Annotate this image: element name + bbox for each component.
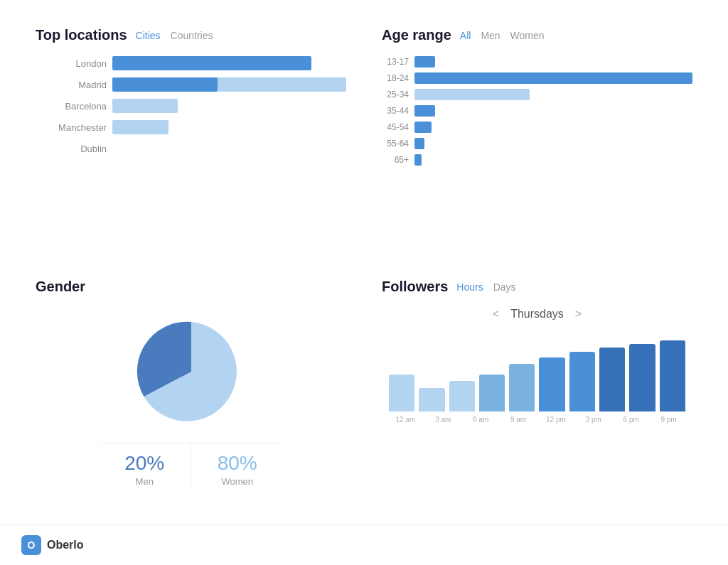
bar-dark bbox=[112, 77, 218, 92]
location-bar-row: Barcelona bbox=[43, 99, 346, 113]
follower-bar bbox=[569, 352, 595, 411]
men-stat: 20% Men bbox=[99, 443, 192, 490]
location-bar-row: Madrid bbox=[43, 77, 346, 92]
top-locations-panel: Top locations Cities Countries LondonMad… bbox=[21, 14, 360, 259]
locations-tabs: Cities Countries bbox=[136, 30, 213, 41]
location-bar-track bbox=[112, 141, 346, 156]
follower-bar-wrap bbox=[509, 364, 535, 411]
top-locations-header: Top locations Cities Countries bbox=[36, 27, 346, 43]
location-label: London bbox=[43, 58, 107, 69]
gender-content: 20% Men 80% Women bbox=[36, 308, 346, 490]
next-day-button[interactable]: > bbox=[575, 308, 582, 321]
time-label: 3 am bbox=[427, 416, 460, 424]
age-label: 35-44 bbox=[382, 106, 409, 116]
age-bar-track bbox=[414, 105, 692, 117]
follower-bar-wrap bbox=[629, 344, 655, 411]
location-bar-row: London bbox=[43, 56, 346, 70]
time-label: 9 pm bbox=[652, 416, 685, 424]
age-chart: 13-1718-2425-3435-4445-5455-6465+ bbox=[382, 56, 692, 166]
location-bar-row: Dublin bbox=[43, 141, 346, 156]
follower-bar-wrap bbox=[539, 357, 564, 411]
time-label: 6 am bbox=[464, 416, 498, 424]
men-label: Men bbox=[99, 476, 191, 487]
location-bar-track bbox=[112, 99, 346, 113]
age-bar-row: 25-34 bbox=[382, 89, 692, 100]
bar-light bbox=[112, 120, 168, 134]
age-bar-track bbox=[414, 122, 692, 133]
follower-bar bbox=[419, 388, 444, 411]
time-label: 9 am bbox=[502, 416, 535, 424]
age-label: 55-64 bbox=[382, 139, 409, 149]
women-label: Women bbox=[191, 476, 284, 487]
age-range-panel: Age range All Men Women 13-1718-2425-343… bbox=[368, 14, 707, 259]
location-bar-track bbox=[112, 77, 346, 92]
gender-title: Gender bbox=[36, 279, 85, 295]
men-percent: 20% bbox=[99, 452, 191, 475]
location-label: Barcelona bbox=[43, 101, 107, 112]
age-bar-row: 65+ bbox=[382, 154, 692, 166]
tab-cities[interactable]: Cities bbox=[136, 30, 161, 41]
time-label: 12 am bbox=[389, 416, 422, 424]
tab-days[interactable]: Days bbox=[493, 281, 516, 293]
tab-all[interactable]: All bbox=[460, 30, 471, 41]
location-label: Manchester bbox=[43, 122, 107, 133]
follower-bar-wrap bbox=[419, 388, 444, 411]
follower-bar-wrap bbox=[599, 348, 625, 411]
tab-hours[interactable]: Hours bbox=[456, 281, 483, 293]
tab-men[interactable]: Men bbox=[481, 30, 500, 41]
follower-bar bbox=[599, 348, 625, 411]
footer: O Oberlo bbox=[0, 524, 728, 565]
age-label: 13-17 bbox=[382, 57, 409, 67]
prev-day-button[interactable]: < bbox=[493, 308, 499, 321]
age-label: 45-54 bbox=[382, 122, 409, 132]
day-navigation: < Thursdays > bbox=[382, 308, 692, 321]
age-bar-row: 45-54 bbox=[382, 122, 692, 133]
time-label: 12 pm bbox=[540, 416, 573, 424]
age-label: 25-34 bbox=[382, 90, 409, 99]
age-bar-fill bbox=[414, 89, 530, 100]
bar-light bbox=[112, 99, 178, 113]
follower-bar-wrap bbox=[449, 381, 475, 411]
gender-stats: 20% Men 80% Women bbox=[99, 443, 284, 490]
follower-bar bbox=[629, 344, 655, 411]
follower-bar bbox=[449, 381, 475, 411]
gender-panel: Gender 20% bbox=[21, 266, 360, 510]
oberlo-brand-name: Oberlo bbox=[47, 539, 84, 551]
age-bar-track bbox=[414, 89, 692, 100]
followers-tabs: Hours Days bbox=[456, 281, 515, 293]
time-label: 3 pm bbox=[577, 416, 610, 424]
oberlo-icon-letter: O bbox=[28, 539, 36, 551]
oberlo-icon: O bbox=[21, 535, 41, 555]
age-label: 18-24 bbox=[382, 73, 409, 83]
tab-women[interactable]: Women bbox=[510, 30, 545, 41]
women-stat: 80% Women bbox=[191, 443, 284, 490]
follower-bar bbox=[509, 364, 535, 411]
age-bar-row: 35-44 bbox=[382, 105, 692, 117]
age-bar-track bbox=[414, 154, 692, 166]
location-bar-track bbox=[112, 120, 346, 134]
followers-panel: Followers Hours Days < Thursdays > 12 am… bbox=[368, 266, 707, 510]
follower-bar bbox=[389, 375, 414, 411]
followers-bar-chart bbox=[382, 333, 692, 411]
location-bar-row: Manchester bbox=[43, 120, 346, 134]
location-bar-track bbox=[112, 56, 346, 70]
age-bar-fill bbox=[414, 56, 435, 68]
time-labels: 12 am3 am6 am9 am12 pm3 pm6 pm9 pm bbox=[382, 411, 692, 424]
age-bar-fill bbox=[414, 154, 422, 166]
follower-bar bbox=[479, 375, 505, 411]
age-range-header: Age range All Men Women bbox=[382, 27, 692, 43]
age-bar-row: 13-17 bbox=[382, 56, 692, 68]
followers-header: Followers Hours Days bbox=[382, 279, 692, 295]
pie-chart bbox=[134, 315, 248, 429]
age-bar-row: 55-64 bbox=[382, 138, 692, 149]
follower-bar-wrap bbox=[569, 352, 595, 411]
follower-bar-wrap bbox=[479, 375, 505, 411]
age-bar-track bbox=[414, 72, 692, 84]
age-bar-fill bbox=[414, 105, 435, 117]
tab-countries[interactable]: Countries bbox=[171, 30, 213, 41]
locations-chart: LondonMadridBarcelonaManchesterDublin bbox=[36, 56, 346, 156]
age-range-title: Age range bbox=[382, 27, 451, 43]
location-label: Dublin bbox=[43, 144, 107, 154]
follower-bar bbox=[539, 357, 564, 411]
time-label: 6 pm bbox=[614, 416, 648, 424]
